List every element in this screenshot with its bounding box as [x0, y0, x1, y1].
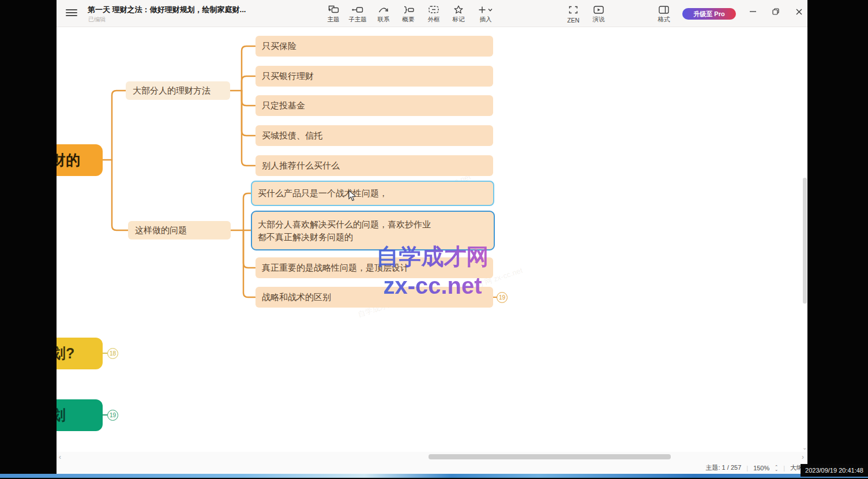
restore-button[interactable] — [767, 5, 784, 18]
toolbar-label: ZEN — [568, 17, 580, 24]
branch-node-methods[interactable]: 大部分人的理财方法 — [126, 81, 230, 100]
root-topic-node[interactable]: 财的 — [57, 144, 103, 176]
topic-node[interactable]: 只定投基金 — [255, 95, 493, 116]
yellow-topic-node[interactable]: 划? — [57, 338, 103, 369]
toolbar-label: 概要 — [403, 16, 415, 24]
toolbar-button-topic[interactable]: 主题 — [321, 3, 346, 25]
toolbar-label: 联系 — [378, 16, 390, 24]
topic-node[interactable]: 买城投债、信托 — [255, 125, 493, 146]
topic-count-badge[interactable]: 18 — [107, 348, 118, 359]
scroll-right-icon[interactable]: › — [802, 453, 804, 461]
topic-node[interactable]: 只买保险 — [255, 36, 493, 57]
zoom-stepper[interactable]: ⌃⌄ — [775, 465, 778, 471]
menu-button[interactable] — [66, 8, 77, 17]
scroll-down-icon[interactable]: ⌄ — [802, 444, 807, 451]
recording-timestamp: 2023/09/19 20:41:48 — [801, 464, 868, 477]
toolbar-label: 主题 — [328, 16, 340, 24]
screen: 第一天 理财之法：做好理财规划，绘制家庭财... 已编辑 主题 子主题 联系 — [0, 0, 868, 479]
document-title: 第一天 理财之法：做好理财规划，绘制家庭财... — [88, 5, 246, 15]
toolbar-button-relationship[interactable]: 联系 — [371, 3, 396, 25]
close-icon — [796, 9, 802, 15]
toolbar-button-format[interactable]: 格式 — [651, 3, 677, 25]
upgrade-pro-button[interactable]: 升级至 Pro — [682, 8, 736, 20]
green-topic-node[interactable]: 划 — [57, 399, 103, 431]
scroll-left-icon[interactable]: ‹ — [59, 453, 61, 461]
minimize-button[interactable] — [744, 5, 761, 18]
topic-count-badge[interactable]: 19 — [497, 292, 508, 303]
selected-topic-node-tactical[interactable]: 买什么产品只是一个战术性问题， — [251, 181, 494, 206]
summary-icon — [403, 5, 414, 14]
statusbar: ‹ › 主题: 1 / 257 | 150% ⌃⌄ | 大纲 — [57, 452, 807, 474]
toolbar-button-zen[interactable]: ZEN — [561, 3, 586, 25]
topic-node[interactable]: 战略和战术的区别 — [255, 287, 493, 308]
edited-status: 已编辑 — [88, 16, 106, 24]
boundary-icon — [429, 5, 439, 14]
zoom-level[interactable]: 150% — [753, 465, 769, 471]
subtopic-icon — [352, 5, 363, 14]
vertical-scrollbar[interactable] — [803, 178, 807, 304]
toolbar-button-marker[interactable]: 标记 — [446, 3, 471, 25]
topic-count-badge[interactable]: 19 — [107, 410, 118, 421]
zen-icon — [569, 5, 578, 14]
restore-icon — [772, 8, 779, 15]
play-icon — [593, 5, 604, 14]
titlebar: 第一天 理财之法：做好理财规划，绘制家庭财... 已编辑 主题 子主题 联系 — [57, 0, 807, 27]
topic-node[interactable]: 只买银行理财 — [255, 66, 493, 87]
topic-node[interactable]: 别人推荐什么买什么 — [255, 155, 493, 176]
toolbar-button-present[interactable]: 演说 — [586, 3, 611, 25]
selected-topic-node-homework[interactable]: 大部分人喜欢解决买什么的问题，喜欢抄作业 都不真正解决财务问题的 — [251, 211, 495, 250]
close-button[interactable] — [790, 5, 807, 18]
toolbar-button-summary[interactable]: 概要 — [396, 3, 421, 25]
toolbar-label: 标记 — [453, 16, 465, 24]
topic-counter: 主题: 1 / 257 — [706, 463, 742, 472]
toolbar-button-subtopic[interactable]: 子主题 — [345, 3, 370, 25]
toolbar-label: 演说 — [593, 16, 605, 24]
horizontal-scrollbar[interactable] — [429, 454, 671, 459]
toolbar-button-insert[interactable]: 插入 — [473, 3, 498, 25]
format-panel-icon — [659, 5, 669, 14]
mindmap-canvas[interactable]: 自学成才网 zx-cc.net 自学成才网 zx-cc.net 自学成才网 zx… — [57, 28, 807, 452]
video-progress-bar — [0, 474, 868, 478]
topic-node[interactable]: 真正重要的是战略性问题，是顶层设计 — [255, 257, 493, 278]
toolbar-button-boundary[interactable]: 外框 — [421, 3, 446, 25]
topic-icon — [328, 5, 339, 14]
plus-icon — [478, 5, 493, 14]
branch-node-problems[interactable]: 这样做的问题 — [128, 221, 231, 240]
hamburger-icon — [66, 9, 77, 10]
chevron-down-icon: ⌄ — [775, 468, 778, 471]
toolbar-label: 插入 — [480, 16, 492, 24]
toolbar-label: 格式 — [658, 16, 670, 24]
toolbar-label: 外框 — [428, 16, 440, 24]
star-icon — [454, 5, 463, 14]
toolbar-label: 子主题 — [348, 16, 367, 24]
relationship-icon — [378, 5, 389, 14]
minimize-icon — [750, 11, 756, 12]
xmind-window: 第一天 理财之法：做好理财规划，绘制家庭财... 已编辑 主题 子主题 联系 — [57, 0, 807, 474]
